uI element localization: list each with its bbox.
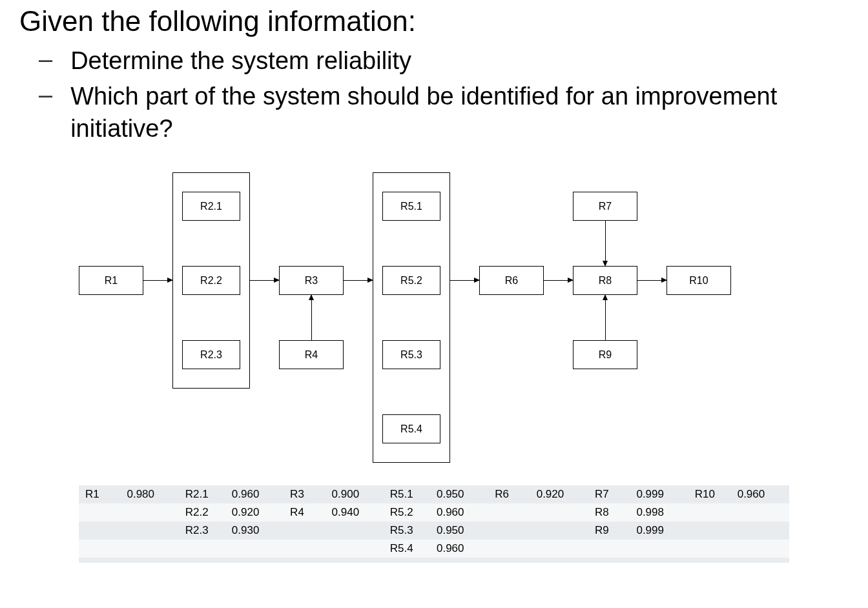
cell-value: 0.940	[326, 503, 384, 522]
cell-label: R2.3	[179, 522, 225, 540]
table-row: R1 0.980 R2.1 0.960 R3 0.900 R5.1 0.950 …	[79, 485, 789, 503]
cell-label: R10	[688, 485, 731, 503]
cell-label: R5.1	[384, 485, 430, 503]
cell-value: 0.980	[120, 485, 178, 503]
cell-label: R2.1	[179, 485, 225, 503]
cell-label: R3	[284, 485, 325, 503]
cell-label: R4	[284, 503, 325, 522]
table-row: R2.3 0.930 R5.3 0.950 R9 0.999	[79, 522, 789, 540]
cell-value: 0.920	[530, 485, 588, 503]
table-row: R5.4 0.960	[79, 540, 789, 558]
arrow-icon	[344, 280, 373, 281]
arrow-icon	[450, 280, 479, 281]
arrow-icon	[143, 280, 172, 281]
cell-label: R5.2	[384, 503, 430, 522]
arrow-up-icon	[605, 295, 606, 340]
bullet-item: – Which part of the system should be ide…	[39, 81, 849, 145]
cell-label: R8	[588, 503, 630, 522]
cell-value: 0.999	[630, 522, 688, 540]
cell-value: 0.900	[326, 485, 384, 503]
cell-value: 0.950	[430, 485, 488, 503]
arrow-icon	[637, 280, 666, 281]
block-r1: R1	[79, 266, 143, 295]
bullet-text: Which part of the system should be ident…	[70, 81, 849, 145]
arrow-up-icon	[311, 295, 312, 340]
block-r5-1: R5.1	[382, 192, 440, 221]
block-r9: R9	[573, 340, 637, 369]
cell-label: R5.3	[384, 522, 430, 540]
slide-title: Given the following information:	[19, 5, 849, 37]
cell-value: 0.930	[225, 522, 284, 540]
cell-value: 0.960	[731, 485, 789, 503]
cell-value: 0.960	[225, 485, 284, 503]
block-r5-2: R5.2	[382, 266, 440, 295]
reliability-table: R1 0.980 R2.1 0.960 R3 0.900 R5.1 0.950 …	[79, 485, 789, 563]
block-r2-3: R2.3	[182, 340, 240, 369]
bullet-item: – Determine the system reliability	[39, 45, 849, 77]
block-r5-3: R5.3	[382, 340, 440, 369]
cell-value: 0.998	[630, 503, 688, 522]
block-r7: R7	[573, 192, 637, 221]
cell-label: R5.4	[384, 540, 430, 558]
bullet-list: – Determine the system reliability – Whi…	[39, 45, 849, 145]
block-r5-4: R5.4	[382, 414, 440, 443]
cell-value: 0.950	[430, 522, 488, 540]
cell-value: 0.999	[630, 485, 688, 503]
arrow-icon	[250, 280, 279, 281]
block-r8: R8	[573, 266, 637, 295]
dash-icon: –	[39, 45, 52, 75]
table-row: R2.2 0.920 R4 0.940 R5.2 0.960 R8 0.998	[79, 503, 789, 522]
cell-label: R2.2	[179, 503, 225, 522]
cell-label: R1	[79, 485, 120, 503]
cell-value: 0.920	[225, 503, 284, 522]
cell-value: 0.960	[430, 540, 488, 558]
block-r4: R4	[279, 340, 344, 369]
cell-label: R7	[588, 485, 630, 503]
block-r3: R3	[279, 266, 344, 295]
bullet-text: Determine the system reliability	[70, 45, 411, 77]
cell-label: R6	[488, 485, 530, 503]
table-row	[79, 558, 789, 563]
dash-icon: –	[39, 81, 52, 110]
arrow-icon	[544, 280, 573, 281]
block-r2-2: R2.2	[182, 266, 240, 295]
cell-label: R9	[588, 522, 630, 540]
cell-value: 0.960	[430, 503, 488, 522]
block-r2-1: R2.1	[182, 192, 240, 221]
block-r10: R10	[666, 266, 731, 295]
reliability-block-diagram: R1 R2.1 R2.2 R2.3 R3 R4 R5.1 R5.2 R5.3 R…	[79, 163, 789, 472]
block-r6: R6	[479, 266, 544, 295]
arrow-down-icon	[605, 221, 606, 266]
